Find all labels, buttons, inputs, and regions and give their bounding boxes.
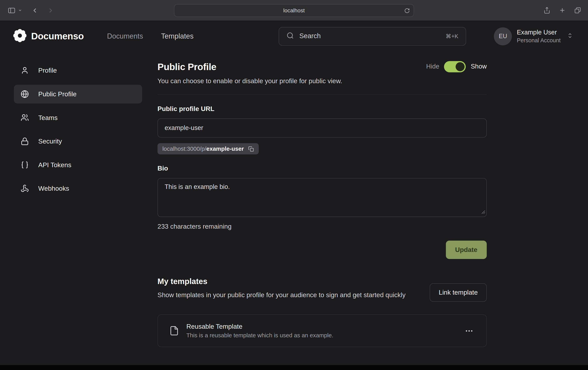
template-name: Reusable Template — [187, 323, 463, 330]
account-name: Example User — [517, 29, 561, 36]
visibility-toggle-group: Hide Show — [426, 61, 487, 72]
sidebar-item-webhooks[interactable]: Webhooks — [14, 179, 142, 198]
account-menu[interactable]: EU Example User Personal Account — [494, 27, 573, 45]
divider — [158, 94, 487, 95]
share-icon[interactable] — [543, 7, 550, 14]
profile-visibility-toggle[interactable] — [444, 61, 466, 72]
documenso-logo-icon — [13, 28, 27, 44]
my-templates-description: Show templates in your public profile fo… — [158, 290, 405, 300]
hide-label: Hide — [426, 63, 439, 71]
sidebar-item-public-profile[interactable]: Public Profile — [14, 85, 142, 103]
page-title: Public Profile — [158, 61, 216, 72]
reload-icon[interactable] — [404, 8, 410, 13]
page-subtitle: You can choose to enable or disable your… — [158, 77, 487, 85]
search-input[interactable]: Search ⌘+K — [279, 27, 466, 46]
address-bar-url: localhost — [283, 7, 305, 13]
profile-url-preview[interactable]: localhost:3000/p/example-user — [158, 143, 259, 154]
resize-grip[interactable] — [481, 209, 485, 215]
characters-remaining: 233 characters remaining — [158, 223, 487, 230]
top-nav: Documents Templates — [107, 32, 194, 40]
update-button[interactable]: Update — [446, 241, 487, 259]
webhook-icon — [20, 185, 29, 193]
sidebar-item-security[interactable]: Security — [14, 132, 142, 151]
sidebar-toggle-icon[interactable] — [7, 6, 16, 14]
search-placeholder: Search — [299, 32, 440, 40]
sidebar-item-profile[interactable]: Profile — [14, 61, 142, 80]
profile-url-input[interactable] — [158, 118, 487, 138]
sidebar-item-label: API Tokens — [38, 161, 71, 169]
settings-page: Profile Public Profile Teams Security — [0, 51, 588, 365]
public-profile-panel: Public Profile Hide Show You can choose … — [158, 61, 487, 365]
url-field-label: Public profile URL — [158, 105, 487, 113]
globe-icon — [20, 90, 29, 98]
settings-sidebar: Profile Public Profile Teams Security — [14, 61, 142, 365]
nav-documents[interactable]: Documents — [107, 32, 143, 40]
chevron-down-icon[interactable] — [18, 8, 22, 12]
lock-icon — [20, 137, 29, 145]
brand-name: Documenso — [31, 31, 84, 42]
url-preview-text: localhost:3000/p/example-user — [162, 145, 244, 152]
new-tab-icon[interactable] — [559, 7, 566, 14]
account-type: Personal Account — [517, 37, 561, 44]
sidebar-item-label: Webhooks — [38, 185, 69, 192]
avatar: EU — [494, 27, 512, 45]
nav-templates[interactable]: Templates — [161, 32, 194, 40]
address-bar[interactable]: localhost — [174, 4, 414, 17]
tab-overview-icon[interactable] — [574, 7, 581, 14]
bottom-edge — [0, 365, 588, 370]
chevrons-up-down-icon — [567, 32, 573, 40]
sidebar-item-label: Public Profile — [38, 90, 77, 98]
browser-toolbar: localhost — [0, 0, 588, 21]
bio-textarea[interactable]: This is an example bio. — [158, 178, 487, 217]
toggle-knob — [456, 62, 465, 71]
brand[interactable]: Documenso — [13, 28, 84, 44]
braces-icon — [20, 161, 29, 169]
user-icon — [20, 66, 29, 75]
search-shortcut: ⌘+K — [446, 33, 458, 40]
search-icon — [287, 32, 294, 41]
my-templates-title: My templates — [158, 277, 405, 286]
users-icon — [20, 113, 29, 122]
copy-icon[interactable] — [248, 146, 254, 152]
bio-field-label: Bio — [158, 164, 487, 172]
sidebar-item-teams[interactable]: Teams — [14, 108, 142, 127]
file-icon — [169, 326, 179, 336]
browser-window: localhost — [0, 0, 588, 370]
sidebar-item-api-tokens[interactable]: API Tokens — [14, 156, 142, 175]
sidebar-item-label: Profile — [38, 67, 57, 74]
show-label: Show — [471, 63, 487, 71]
app-header: Documenso Documents Templates Search ⌘+K… — [0, 21, 588, 51]
back-icon[interactable] — [31, 7, 39, 14]
link-template-button[interactable]: Link template — [430, 283, 487, 302]
template-card: Reusable Template This is a reusable tem… — [158, 314, 487, 347]
forward-icon[interactable] — [47, 7, 54, 14]
sidebar-item-label: Teams — [38, 114, 58, 122]
sidebar-item-label: Security — [38, 137, 62, 145]
template-description: This is a reusable template which is use… — [187, 332, 463, 339]
more-options-icon[interactable] — [463, 325, 475, 337]
